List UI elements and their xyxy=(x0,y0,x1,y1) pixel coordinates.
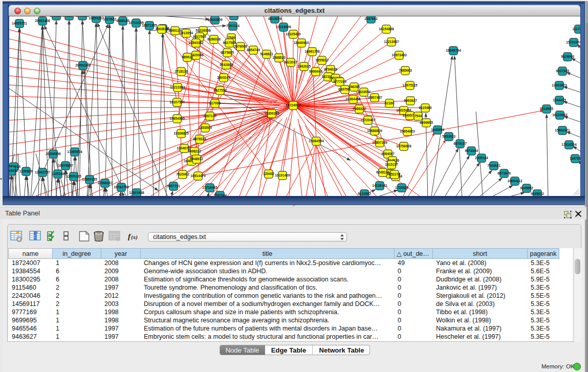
svg-text:12213383: 12213383 xyxy=(170,85,185,89)
svg-text:7485063: 7485063 xyxy=(399,69,412,72)
svg-text:817006: 817006 xyxy=(209,101,221,105)
svg-text:16543382: 16543382 xyxy=(188,41,204,45)
svg-text:1588520: 1588520 xyxy=(272,56,286,59)
svg-text:2718176: 2718176 xyxy=(175,70,188,73)
svg-text:1145194: 1145194 xyxy=(51,172,64,176)
svg-text:116753: 116753 xyxy=(570,157,580,160)
svg-text:3912954: 3912954 xyxy=(180,31,193,35)
svg-text:2087682: 2087682 xyxy=(364,17,378,20)
svg-text:6466160: 6466160 xyxy=(116,19,129,23)
svg-text:19654923: 19654923 xyxy=(400,129,415,133)
svg-text:1065327: 1065327 xyxy=(50,16,63,17)
svg-text:1244415: 1244415 xyxy=(553,98,566,102)
svg-text:10807487: 10807487 xyxy=(367,96,382,99)
svg-text:1065328: 1065328 xyxy=(76,16,89,17)
svg-text:14136141: 14136141 xyxy=(372,184,387,187)
svg-text:12505135: 12505135 xyxy=(66,174,81,178)
svg-text:9242848: 9242848 xyxy=(220,63,233,67)
svg-text:17359924: 17359924 xyxy=(67,150,82,154)
svg-text:3267130: 3267130 xyxy=(203,114,216,118)
svg-text:21364436: 21364436 xyxy=(345,97,361,101)
svg-text:8215955: 8215955 xyxy=(540,107,553,111)
svg-text:8878334: 8878334 xyxy=(193,137,206,141)
svg-text:7663822: 7663822 xyxy=(155,27,168,31)
svg-text:2803144: 2803144 xyxy=(217,76,230,79)
svg-text:18300295: 18300295 xyxy=(264,112,279,115)
svg-text:7625402: 7625402 xyxy=(176,172,189,176)
svg-text:9227349: 9227349 xyxy=(556,69,569,73)
svg-text:3915412: 3915412 xyxy=(9,169,18,172)
svg-text:8454749: 8454749 xyxy=(247,48,260,52)
svg-text:12213967: 12213967 xyxy=(384,40,399,43)
svg-text:1640954: 1640954 xyxy=(431,128,444,132)
svg-text:9084067: 9084067 xyxy=(381,152,395,156)
svg-text:9463627: 9463627 xyxy=(404,99,417,102)
svg-text:7544: 7544 xyxy=(415,114,422,118)
svg-text:1527602: 1527602 xyxy=(103,17,116,21)
svg-text:15218506: 15218506 xyxy=(276,25,291,29)
svg-text:3875685: 3875685 xyxy=(221,51,234,54)
svg-text:5933923: 5933923 xyxy=(442,135,455,138)
svg-text:8427552: 8427552 xyxy=(213,89,227,92)
svg-text:15751074: 15751074 xyxy=(566,40,580,44)
svg-text:9146821: 9146821 xyxy=(260,52,273,56)
svg-text:16154838: 16154838 xyxy=(379,27,394,31)
svg-text:1733426: 1733426 xyxy=(395,186,408,189)
svg-text:9498222: 9498222 xyxy=(188,149,201,153)
svg-text:12033873: 12033873 xyxy=(552,83,567,87)
svg-text:15716485: 15716485 xyxy=(202,186,217,189)
svg-text:16107554: 16107554 xyxy=(169,100,185,104)
svg-text:1292344: 1292344 xyxy=(213,193,227,196)
svg-text:9134562: 9134562 xyxy=(358,192,371,195)
svg-text:18724007: 18724007 xyxy=(286,103,301,107)
svg-text:9115460: 9115460 xyxy=(419,106,432,110)
svg-text:18640910: 18640910 xyxy=(294,41,309,45)
svg-text:17957255: 17957255 xyxy=(82,178,97,181)
svg-text:10653267: 10653267 xyxy=(89,16,104,20)
svg-text:18807249: 18807249 xyxy=(372,141,387,144)
svg-text:6248134: 6248134 xyxy=(376,170,389,174)
svg-text:9329966: 9329966 xyxy=(561,55,574,58)
svg-text:7032621: 7032621 xyxy=(487,164,500,167)
svg-text:16648784: 16648784 xyxy=(446,49,461,52)
svg-text:8990448: 8990448 xyxy=(309,70,322,73)
svg-text:20053346: 20053346 xyxy=(75,63,91,67)
svg-text:989612: 989612 xyxy=(182,55,193,59)
svg-text:7986322: 7986322 xyxy=(353,107,366,111)
svg-text:19384554: 19384554 xyxy=(309,139,324,143)
svg-text:8990434: 8990434 xyxy=(227,16,241,17)
svg-text:9474444: 9474444 xyxy=(465,149,478,152)
svg-text:10688609: 10688609 xyxy=(367,129,382,133)
svg-text:1362615: 1362615 xyxy=(297,64,311,68)
svg-text:62160: 62160 xyxy=(385,101,395,105)
svg-text:19191409: 19191409 xyxy=(275,173,290,177)
svg-text:7357224: 7357224 xyxy=(226,24,239,28)
svg-text:6794028: 6794028 xyxy=(324,68,337,71)
svg-text:9777169: 9777169 xyxy=(333,80,346,83)
svg-text:16210643: 16210643 xyxy=(552,113,568,117)
svg-text:10756928: 10756928 xyxy=(396,144,411,148)
svg-text:8186328: 8186328 xyxy=(207,37,221,41)
svg-text:16914479: 16914479 xyxy=(190,174,206,178)
svg-text:10654112: 10654112 xyxy=(508,179,522,183)
svg-text:17016504: 17016504 xyxy=(561,143,577,146)
svg-text:16782759: 16782759 xyxy=(114,185,129,189)
svg-text:9327508: 9327508 xyxy=(223,41,236,45)
svg-text:19654985: 19654985 xyxy=(169,117,185,120)
svg-text:10975857: 10975857 xyxy=(58,164,73,167)
svg-text:152274: 152274 xyxy=(389,172,400,176)
svg-text:746266: 746266 xyxy=(349,85,360,89)
svg-text:8471676: 8471676 xyxy=(497,171,511,175)
svg-text:12942737: 12942737 xyxy=(35,170,50,174)
svg-text:1117345: 1117345 xyxy=(573,27,580,31)
svg-text:1156829: 1156829 xyxy=(19,169,33,173)
svg-text:12975115: 12975115 xyxy=(403,83,418,87)
svg-text:16671355: 16671355 xyxy=(142,24,157,27)
svg-text:9857791: 9857791 xyxy=(167,184,180,188)
svg-text:1615117: 1615117 xyxy=(385,163,398,166)
svg-text:15720407: 15720407 xyxy=(360,118,376,122)
svg-text:53226058: 53226058 xyxy=(195,29,211,32)
svg-text:6899695: 6899695 xyxy=(420,121,433,124)
svg-text:20091406: 20091406 xyxy=(35,19,50,23)
svg-text:(x): (x) xyxy=(131,234,138,240)
